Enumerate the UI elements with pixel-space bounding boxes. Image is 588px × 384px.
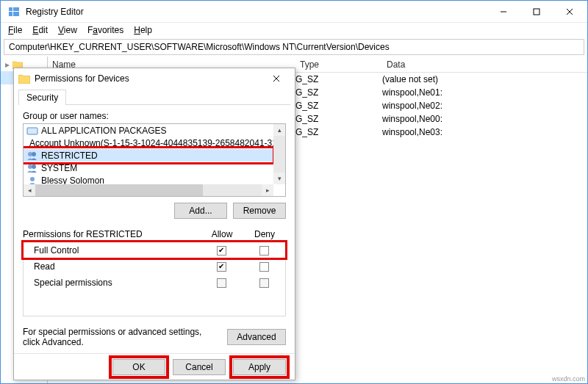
add-button[interactable]: Add... — [174, 203, 227, 219]
svg-point-16 — [30, 177, 35, 181]
tab-security[interactable]: Security — [18, 90, 66, 105]
menu-edit[interactable]: Edit — [28, 23, 52, 37]
list-item[interactable]: ALL APPLICATION PACKAGES — [24, 124, 285, 137]
checkbox-allow-read[interactable] — [217, 262, 226, 272]
address-input[interactable] — [4, 40, 584, 54]
watermark: wsxdn.com — [552, 375, 585, 383]
menu-help[interactable]: Help — [129, 23, 157, 37]
close-button[interactable] — [553, 1, 586, 22]
expand-icon[interactable]: ▸ — [5, 59, 10, 70]
maximize-button[interactable] — [520, 1, 553, 22]
svg-rect-0 — [9, 7, 12, 11]
app-icon — [8, 6, 20, 18]
minimize-button[interactable] — [487, 1, 520, 22]
menu-file[interactable]: File — [4, 23, 26, 37]
title-bar: Registry Editor — [1, 1, 587, 23]
dialog-title-bar[interactable]: Permissions for Devices — [14, 68, 295, 89]
dialog-title: Permissions for Devices — [35, 73, 262, 84]
col-type[interactable]: Type — [295, 58, 382, 71]
folder-icon — [18, 73, 30, 84]
group-icon — [26, 163, 38, 173]
col-allow: Allow — [201, 229, 243, 239]
permissions-for-label: Permissions for RESTRICTED — [23, 229, 201, 239]
group-icon — [26, 126, 38, 136]
menu-bar: File Edit View Favorites Help — [1, 23, 587, 37]
menu-favorites[interactable]: Favorites — [83, 23, 128, 37]
perm-row-special: Special permissions — [24, 275, 285, 291]
advanced-text: For special permissions or advanced sett… — [23, 327, 220, 347]
checkbox-deny-full[interactable] — [259, 246, 269, 256]
apply-button[interactable]: Apply — [233, 359, 286, 375]
remove-button[interactable]: Remove — [233, 203, 286, 219]
dialog-close-button[interactable] — [262, 69, 290, 88]
scrollbar-vertical[interactable]: ▴▾ — [273, 124, 285, 184]
list-item[interactable]: SYSTEM — [24, 162, 285, 174]
group-label: Group or user names: — [23, 111, 286, 121]
checkbox-deny-special — [259, 278, 269, 288]
checkbox-allow-full[interactable] — [217, 246, 226, 256]
menu-view[interactable]: View — [54, 23, 82, 37]
col-deny: Deny — [243, 229, 286, 239]
col-data[interactable]: Data — [382, 58, 587, 71]
perm-row-full-control: Full Control — [24, 242, 285, 258]
list-item-restricted[interactable]: RESTRICTED — [24, 149, 285, 162]
permissions-box: Full Control Read Special permissions — [23, 242, 286, 316]
advanced-button[interactable]: Advanced — [227, 329, 286, 345]
svg-rect-5 — [534, 9, 539, 15]
address-bar — [4, 39, 584, 55]
svg-rect-10 — [27, 128, 37, 134]
scroll-right-icon[interactable]: ▸ — [262, 184, 273, 196]
svg-rect-3 — [13, 12, 19, 16]
svg-point-15 — [32, 164, 36, 169]
list-item[interactable]: Account Unknown(S-1-15-3-1024-4044835139… — [24, 137, 285, 149]
scroll-up-icon[interactable]: ▴ — [273, 124, 285, 136]
scrollbar-horizontal[interactable]: ◂▸ — [24, 184, 273, 196]
groups-listbox[interactable]: ALL APPLICATION PACKAGES Account Unknown… — [23, 123, 286, 197]
svg-point-13 — [32, 152, 36, 156]
ok-button[interactable]: OK — [112, 359, 165, 375]
perm-row-read: Read — [24, 258, 285, 275]
checkbox-deny-read[interactable] — [259, 262, 269, 272]
svg-rect-2 — [9, 12, 12, 16]
scroll-down-icon[interactable]: ▾ — [273, 173, 285, 184]
svg-rect-1 — [13, 7, 19, 11]
cancel-button[interactable]: Cancel — [173, 359, 226, 375]
window-title: Registry Editor — [26, 7, 487, 17]
permissions-dialog: Permissions for Devices Security Group o… — [13, 68, 295, 380]
scroll-left-icon[interactable]: ◂ — [24, 184, 35, 196]
tab-strip: Security — [14, 89, 295, 105]
group-icon — [26, 151, 38, 161]
checkbox-allow-special — [217, 278, 226, 288]
dialog-buttons: OK Cancel Apply — [14, 353, 295, 380]
